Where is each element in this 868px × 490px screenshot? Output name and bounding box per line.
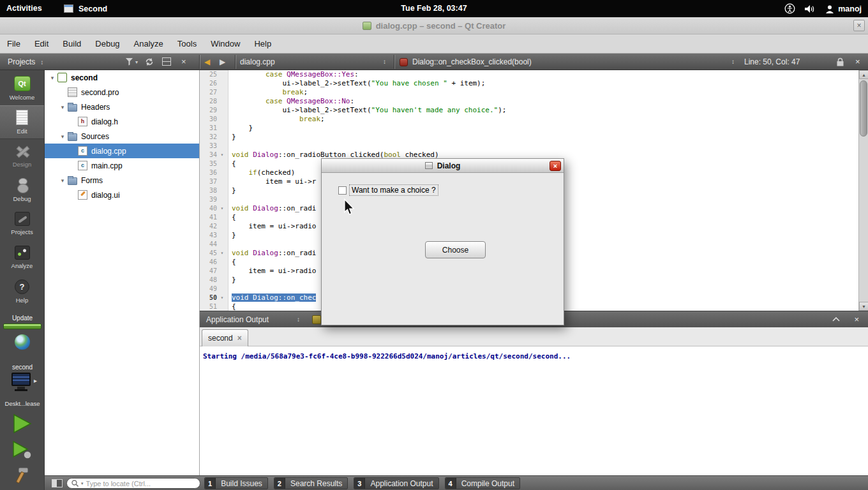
symbol-combo-arrows-icon[interactable]: ↕: [731, 54, 735, 70]
mode-design[interactable]: Design: [0, 139, 44, 173]
tree-item-Forms[interactable]: ▾Forms: [45, 173, 199, 188]
tree-item-Headers[interactable]: ▾Headers: [45, 100, 199, 114]
close-output-pane-button[interactable]: ×: [854, 311, 859, 328]
fold-marker-icon[interactable]: ▾: [217, 249, 227, 258]
open-file-combo-arrows-icon[interactable]: ↕: [383, 54, 386, 70]
expand-arrow-icon[interactable]: ▾: [59, 133, 66, 140]
dialog-titlebar[interactable]: Dialog ×: [322, 159, 564, 173]
user-menu[interactable]: manoj: [825, 4, 862, 13]
mode-welcome[interactable]: QtWelcome: [0, 71, 44, 105]
code-token: case: [266, 70, 283, 78]
menu-item-edit[interactable]: Edit: [27, 34, 56, 53]
scrollbar-thumb[interactable]: [860, 80, 867, 137]
mode-help[interactable]: ?Help: [0, 274, 44, 308]
filter-caret-icon[interactable]: ▾: [135, 59, 138, 65]
pane-button-compile-output[interactable]: 4Compile Output: [445, 477, 521, 489]
output-pane-title[interactable]: Application Output: [206, 311, 269, 328]
close-projects-pane-button[interactable]: ×: [181, 54, 186, 70]
accessibility-icon[interactable]: [784, 3, 795, 14]
code-line-29: 29 ui->label_2->setText("You haven't mad…: [200, 106, 858, 115]
code-token: }: [232, 276, 236, 284]
menu-item-analyze[interactable]: Analyze: [127, 34, 170, 53]
expand-arrow-icon[interactable]: ▾: [49, 75, 56, 81]
pane-label: Compile Output: [456, 479, 520, 488]
tree-item-second[interactable]: ▾second: [45, 70, 199, 85]
open-file-combo[interactable]: dialog.cpp: [240, 54, 275, 70]
tree-item-Sources[interactable]: ▾Sources: [45, 129, 199, 144]
menu-item-help[interactable]: Help: [247, 34, 278, 53]
expand-arrow-icon[interactable]: ▾: [59, 177, 66, 184]
menu-item-build[interactable]: Build: [56, 34, 88, 53]
menu-item-tools[interactable]: Tools: [170, 34, 204, 53]
pane-button-build-issues[interactable]: 1Build Issues: [204, 477, 268, 489]
menu-item-file[interactable]: File: [0, 34, 27, 53]
symbol-combo[interactable]: Dialog::on_checkBox_clicked(bool): [412, 54, 532, 70]
filter-icon[interactable]: [125, 57, 133, 66]
code-text: }: [228, 231, 236, 240]
build-button[interactable]: [12, 467, 33, 486]
scroll-down-arrow[interactable]: ▼: [859, 302, 868, 311]
target-selector-button[interactable]: [11, 373, 31, 392]
choose-button[interactable]: Choose: [425, 241, 486, 258]
toggle-sidebar-icon[interactable]: [52, 479, 63, 487]
gutter: 38: [200, 186, 228, 195]
volume-icon[interactable]: [805, 4, 816, 13]
pane-button-application-output[interactable]: 3Application Output: [354, 477, 438, 489]
gutter: 35: [200, 160, 228, 168]
scroll-up-arrow[interactable]: ▲: [859, 70, 868, 79]
choice-checkbox[interactable]: [338, 186, 347, 195]
line-number: 25: [200, 70, 217, 79]
mode-analyze[interactable]: Analyze: [0, 241, 44, 274]
navigate-back-button[interactable]: ◀: [204, 54, 210, 70]
menu-item-window[interactable]: Window: [204, 34, 247, 53]
fold-marker-icon[interactable]: ▾: [217, 151, 227, 160]
projects-pane-selector[interactable]: Projects ↕: [8, 54, 43, 70]
tree-item-main-cpp[interactable]: cmain.cpp: [45, 158, 199, 173]
output-tab-second[interactable]: second ×: [202, 329, 248, 346]
choice-checkbox-label[interactable]: Want to make a choice ?: [349, 184, 438, 196]
code-line-31: 31 }: [200, 124, 858, 133]
code-text: [228, 285, 232, 293]
mode-projects[interactable]: Projects: [0, 207, 44, 241]
project-icon: [57, 73, 67, 82]
output-pane-combo-arrows-icon[interactable]: ↕: [297, 311, 300, 328]
gutter: 41: [200, 213, 228, 222]
fold-marker-icon[interactable]: ▾: [217, 293, 227, 302]
pane-button-search-results[interactable]: 2Search Results: [274, 477, 348, 489]
editor-scrollbar[interactable]: ▲ ▼: [858, 70, 868, 311]
code-token: Dialog: [253, 151, 278, 159]
mode-edit[interactable]: Edit: [0, 105, 44, 139]
dialog-close-button[interactable]: ×: [550, 161, 561, 171]
tree-item-second-pro[interactable]: second.pro: [45, 85, 199, 100]
rerun-icon[interactable]: [312, 315, 321, 324]
mode-debug[interactable]: Debug: [0, 173, 44, 207]
locator[interactable]: ▾: [66, 478, 200, 489]
code-token: [232, 70, 266, 78]
navigate-forward-button[interactable]: ▶: [220, 54, 225, 70]
qt-app-dialog[interactable]: Dialog × Want to make a choice ? Choose: [321, 158, 564, 325]
split-icon[interactable]: [162, 57, 171, 66]
tree-item-dialog-cpp[interactable]: cdialog.cpp: [45, 144, 199, 158]
debug-run-button[interactable]: [11, 440, 34, 461]
toolbar-separator: [199, 55, 200, 69]
close-editor-button[interactable]: ×: [855, 54, 860, 70]
target-selector-arrow-icon[interactable]: ▸: [34, 377, 37, 384]
collapse-pane-icon[interactable]: [832, 317, 840, 322]
globe-icon[interactable]: [15, 334, 30, 350]
window-titlebar[interactable]: dialog.cpp – second – Qt Creator ×: [0, 17, 868, 34]
run-button[interactable]: [11, 413, 34, 434]
window-close-button[interactable]: ×: [853, 20, 865, 31]
menu-item-debug[interactable]: Debug: [88, 34, 126, 53]
locator-caret-icon[interactable]: ▾: [81, 481, 84, 486]
application-output-log[interactable]: Starting /media/568a79e3-fc6f-4ce8-b998-…: [200, 346, 868, 475]
sync-icon[interactable]: [144, 57, 154, 66]
output-tab-close-icon[interactable]: ×: [237, 334, 242, 343]
tree-item-dialog-h[interactable]: hdialog.h: [45, 114, 199, 129]
lock-icon[interactable]: [837, 57, 844, 66]
code-token: [232, 115, 299, 123]
tree-item-dialog-ui[interactable]: dialog.ui: [45, 188, 199, 202]
expand-arrow-icon[interactable]: ▾: [59, 104, 66, 110]
locator-input[interactable]: [86, 480, 195, 487]
clock[interactable]: Tue Feb 28, 03:47: [0, 0, 868, 17]
fold-marker-icon[interactable]: ▾: [217, 204, 227, 213]
